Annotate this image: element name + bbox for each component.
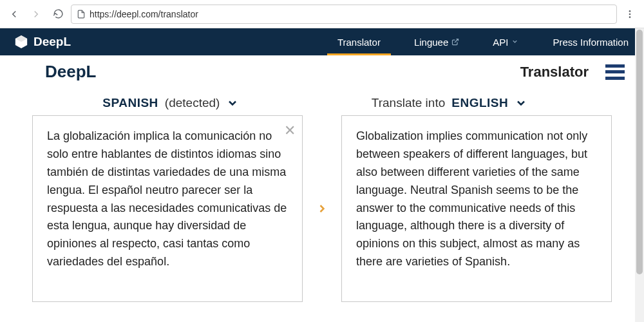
nav-api-label: API bbox=[493, 37, 508, 48]
browser-toolbar: https://deepl.com/translator bbox=[0, 0, 644, 28]
page-icon bbox=[77, 10, 86, 19]
browser-menu-button[interactable] bbox=[621, 5, 639, 23]
external-link-icon bbox=[451, 38, 459, 46]
nav-linguee-label: Linguee bbox=[414, 37, 448, 48]
target-lang-label: ENGLISH bbox=[451, 96, 508, 110]
clear-source-button[interactable]: ✕ bbox=[284, 120, 296, 142]
target-text: Globalization implies communication not … bbox=[356, 128, 597, 271]
site-nav: DeepL Translator Linguee API Press Infor… bbox=[0, 28, 644, 55]
svg-point-2 bbox=[629, 16, 631, 18]
logo-text: DeepL bbox=[33, 35, 71, 49]
back-button[interactable] bbox=[5, 5, 23, 23]
page-title: Translator bbox=[520, 64, 589, 80]
logo-icon bbox=[14, 35, 28, 49]
target-language-selector[interactable]: Translate into ENGLISH bbox=[346, 96, 625, 110]
forward-button[interactable] bbox=[27, 5, 45, 23]
translate-into-label: Translate into bbox=[372, 96, 445, 110]
nav-links: Translator Linguee API Press Information bbox=[336, 30, 630, 54]
nav-linguee[interactable]: Linguee bbox=[413, 30, 460, 54]
address-bar[interactable]: https://deepl.com/translator bbox=[71, 5, 617, 24]
nav-translator[interactable]: Translator bbox=[336, 30, 382, 54]
source-language-selector[interactable]: SPANISH (detected) bbox=[32, 96, 310, 110]
reload-button[interactable] bbox=[49, 5, 67, 23]
svg-point-0 bbox=[629, 10, 631, 12]
chevron-down-icon bbox=[226, 97, 239, 109]
nav-translator-label: Translator bbox=[337, 37, 381, 48]
menu-button[interactable] bbox=[605, 64, 625, 80]
page-brand[interactable]: DeepL bbox=[45, 62, 96, 82]
source-text[interactable]: La globalización implica la comunicación… bbox=[47, 128, 288, 271]
source-lang-label: SPANISH bbox=[102, 96, 158, 110]
svg-point-1 bbox=[629, 13, 631, 15]
target-text-panel[interactable]: Globalization implies communication not … bbox=[341, 115, 612, 302]
url-text: https://deepl.com/translator bbox=[90, 9, 198, 19]
logo[interactable]: DeepL bbox=[14, 35, 71, 49]
translation-panels: ✕ La globalización implica la comunicaci… bbox=[0, 115, 644, 302]
nav-press-label: Press Information bbox=[553, 37, 629, 48]
sub-header: DeepL Translator bbox=[0, 55, 644, 84]
detected-suffix: (detected) bbox=[165, 96, 220, 110]
language-row: SPANISH (detected) Translate into ENGLIS… bbox=[0, 84, 644, 115]
chevron-down-icon bbox=[515, 97, 527, 109]
chevron-down-icon bbox=[511, 38, 519, 46]
nav-api[interactable]: API bbox=[491, 30, 520, 54]
source-text-panel[interactable]: ✕ La globalización implica la comunicaci… bbox=[32, 115, 303, 302]
vertical-scrollbar[interactable] bbox=[635, 28, 644, 322]
scrollbar-thumb[interactable] bbox=[636, 30, 643, 274]
nav-press[interactable]: Press Information bbox=[551, 30, 630, 54]
swap-arrow-icon[interactable] bbox=[316, 199, 328, 218]
svg-line-5 bbox=[455, 39, 459, 43]
